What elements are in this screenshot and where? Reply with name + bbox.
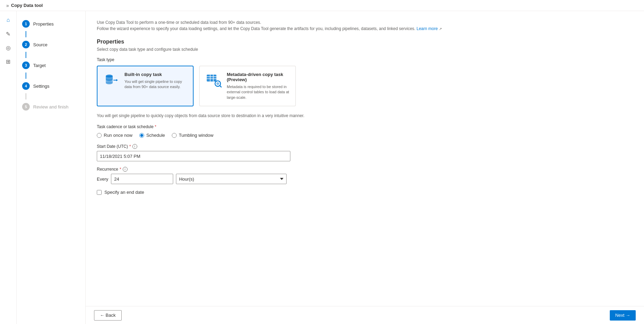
svg-line-14 [220, 86, 221, 87]
start-date-info-icon[interactable]: i [132, 144, 137, 149]
metadata-task-title: Metadata-driven copy task (Preview) [227, 72, 290, 82]
task-card-builtin[interactable]: Built-in copy task You will get single p… [97, 66, 194, 106]
nav-label-properties: Properties [33, 21, 54, 27]
step-circle-2: 2 [22, 41, 30, 48]
task-card-metadata[interactable]: Metadata-driven copy task (Preview) Meta… [199, 66, 296, 106]
metadata-task-text: Metadata-driven copy task (Preview) Meta… [227, 72, 290, 100]
radio-tumbling[interactable]: Tumbling window [172, 133, 213, 138]
radio-run-once-label: Run once now [104, 133, 132, 138]
radio-schedule-label: Schedule [146, 133, 165, 138]
nav-connector-1-2 [26, 31, 26, 37]
recurrence-row: Every Minute(s) Hour(s) Day(s) Week(s) M… [97, 174, 633, 184]
task-pipeline-desc: You will get single pipeline to quickly … [97, 113, 633, 118]
nav-connector-4-5 [26, 93, 26, 99]
step-circle-3: 3 [22, 61, 30, 69]
start-date-label-text: Start Date (UTC) [97, 144, 128, 149]
external-link-icon: ↗ [439, 27, 442, 31]
nav-step-review[interactable]: 5 Review and finish [17, 99, 85, 114]
bottom-left-actions: ← Back [94, 310, 122, 321]
intro-line1: Use Copy Data Tool to perform a one-time… [97, 20, 261, 25]
svg-rect-7 [207, 75, 216, 82]
recurrence-field-group: Recurrence * i Every Minute(s) Hour(s) D… [97, 167, 633, 184]
learn-more-link[interactable]: Learn more [417, 26, 438, 31]
home-icon-button[interactable]: ⌂ [2, 14, 15, 26]
step-circle-5: 5 [22, 103, 30, 111]
content-area: Use Copy Data Tool to perform a one-time… [86, 11, 644, 324]
recurrence-required-mark: * [120, 167, 121, 172]
recurrence-every-label: Every [97, 177, 108, 182]
nav-panel: 1 Properties 2 Source 3 Target 4 Setting… [17, 11, 86, 324]
svg-point-13 [216, 82, 219, 85]
builtin-task-title: Built-in copy task [124, 72, 187, 77]
radio-schedule-input[interactable] [139, 133, 144, 138]
radio-run-once-input[interactable] [97, 133, 102, 138]
recurrence-label-text: Recurrence [97, 167, 118, 172]
builtin-task-icon [103, 72, 120, 88]
icon-sidebar: ⌂ ✎ ◎ ⊞ [0, 11, 17, 324]
intro-text: Use Copy Data Tool to perform a one-time… [97, 19, 633, 32]
radio-tumbling-input[interactable] [172, 133, 177, 138]
monitor-icon-button[interactable]: ◎ [2, 41, 15, 54]
next-button[interactable]: Next → [610, 310, 636, 321]
app-title: Copy Data tool [11, 3, 43, 8]
nav-connector-2-3 [26, 52, 26, 58]
nav-step-source[interactable]: 2 Source [17, 37, 85, 52]
start-date-field-group: Start Date (UTC) * i [97, 144, 633, 161]
step-circle-4: 4 [22, 82, 30, 90]
expand-sidebar-button[interactable]: » [4, 2, 11, 9]
start-date-label: Start Date (UTC) * i [97, 144, 633, 149]
specify-end-date-label: Specify an end date [104, 190, 144, 195]
recurrence-number-input[interactable] [111, 174, 173, 184]
builtin-task-text: Built-in copy task You will get single p… [124, 72, 187, 90]
section-title: Properties [97, 39, 633, 45]
cadence-label-text: Task cadence or task schedule [97, 124, 153, 129]
start-date-input[interactable] [97, 151, 290, 161]
svg-point-4 [106, 82, 113, 84]
nav-label-settings: Settings [33, 84, 49, 89]
metadata-task-desc: Metadata is required to be stored in ext… [227, 84, 290, 100]
radio-schedule[interactable]: Schedule [139, 133, 165, 138]
metadata-task-icon [205, 72, 222, 88]
cadence-radio-group: Run once now Schedule Tumbling window [97, 133, 633, 138]
bottom-right-actions: Next → [610, 310, 636, 321]
bottom-bar: ← Back Next → [86, 306, 644, 324]
nav-label-target: Target [33, 63, 46, 68]
manage-icon-button[interactable]: ⊞ [2, 55, 15, 68]
radio-run-once[interactable]: Run once now [97, 133, 132, 138]
cadence-required-mark: * [155, 124, 156, 129]
task-type-label: Task type [97, 57, 633, 62]
recurrence-unit-select[interactable]: Minute(s) Hour(s) Day(s) Week(s) Month(s… [176, 174, 287, 184]
section-subtitle: Select copy data task type and configure… [97, 47, 633, 52]
cadence-label: Task cadence or task schedule * [97, 124, 633, 129]
specify-end-date-row: Specify an end date [97, 190, 633, 195]
recurrence-label: Recurrence * i [97, 167, 633, 172]
intro-line2: Follow the wizard experience to specify … [97, 26, 416, 31]
nav-connector-3-4 [26, 73, 26, 79]
builtin-task-desc: You will get single pipeline to copy dat… [124, 79, 187, 90]
specify-end-date-checkbox[interactable] [97, 190, 102, 195]
task-cards-row: Built-in copy task You will get single p… [97, 66, 633, 106]
nav-step-settings[interactable]: 4 Settings [17, 79, 85, 93]
top-bar: » Copy Data tool [0, 0, 644, 11]
nav-step-properties[interactable]: 1 Properties [17, 17, 85, 31]
svg-marker-6 [116, 79, 118, 81]
nav-label-review: Review and finish [33, 104, 68, 109]
nav-label-source: Source [33, 42, 47, 47]
pencil-icon-button[interactable]: ✎ [2, 28, 15, 40]
back-button[interactable]: ← Back [94, 310, 122, 321]
step-circle-1: 1 [22, 20, 30, 28]
start-date-required-mark: * [129, 144, 131, 149]
radio-tumbling-label: Tumbling window [179, 133, 213, 138]
recurrence-info-icon[interactable]: i [123, 167, 128, 172]
nav-step-target[interactable]: 3 Target [17, 58, 85, 73]
